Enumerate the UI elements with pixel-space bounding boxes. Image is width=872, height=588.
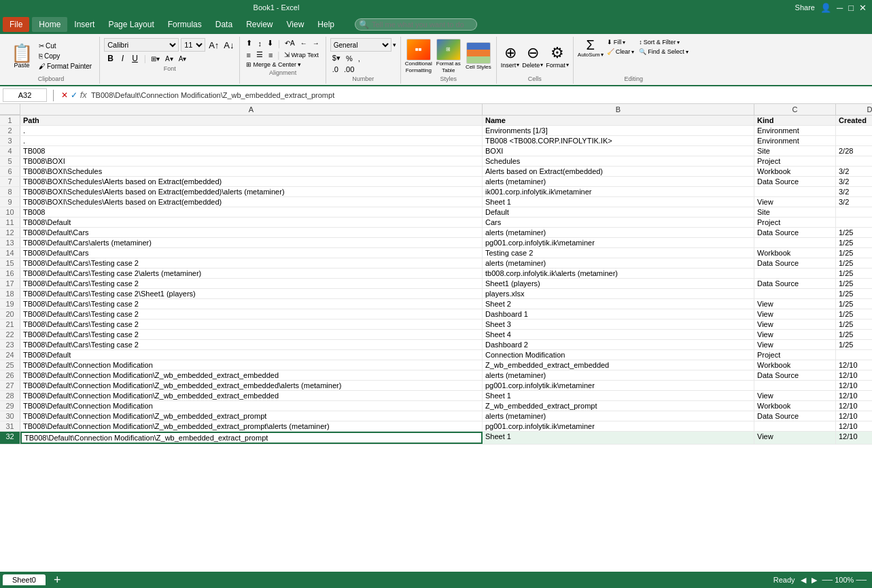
cell-path[interactable]: TB008\Default\Connection Modification <box>20 360 483 370</box>
cancel-formula-button[interactable]: ✕ <box>61 90 68 100</box>
cell-kind[interactable]: View <box>754 391 836 400</box>
cell-path[interactable]: TB008\Default\Cars\Testing case 2 <box>20 330 483 339</box>
cell-name[interactable]: tb008.corp.infolytik.ik\alerts (metamine… <box>483 269 754 278</box>
cell-kind[interactable]: View <box>754 432 836 444</box>
menu-item-home[interactable]: Home <box>32 17 67 32</box>
cell-created[interactable]: 3/2 <box>836 197 872 207</box>
cell-created[interactable]: 2/28 <box>836 146 872 156</box>
cell-created[interactable]: 1/25 <box>836 228 872 237</box>
clear-button[interactable]: 🧹 Clear ▾ <box>606 48 636 56</box>
comma-button[interactable]: , <box>356 54 362 63</box>
cell-kind[interactable] <box>754 289 836 298</box>
number-format-select[interactable]: General <box>330 38 391 52</box>
cell-path[interactable]: TB008\Default\Connection Modification\Z_… <box>20 432 483 444</box>
delete-button[interactable]: ⊖ Delete ▾ <box>522 44 543 69</box>
cell-path[interactable]: TB008\Default\Connection Modification\Z_… <box>20 381 483 390</box>
cell-name[interactable]: alerts (metaminer) <box>483 411 754 421</box>
cell-created[interactable]: 1/25 <box>836 289 872 298</box>
share-button[interactable]: Share <box>795 3 815 12</box>
cell-name[interactable]: Default <box>483 207 754 217</box>
cell-name[interactable]: pg001.corp.infolytik.ik\metaminer <box>483 421 754 431</box>
cell-ref-input[interactable] <box>3 88 47 102</box>
header-col-a[interactable]: Path <box>20 116 483 125</box>
cell-path[interactable]: TB008\Default\Cars\Testing case 2 <box>20 309 483 319</box>
cell-name[interactable]: Alerts based on Extract(embedded) <box>483 167 754 176</box>
tell-me-input[interactable] <box>355 18 477 31</box>
header-col-c[interactable]: Kind <box>754 116 836 125</box>
align-center-button[interactable]: ☰ <box>254 50 265 60</box>
cell-created[interactable] <box>836 207 872 217</box>
cell-created[interactable]: 12/10 <box>836 370 872 380</box>
cell-kind[interactable]: Workbook <box>754 167 836 176</box>
cell-path[interactable]: TB008\Default\Cars\Testing case 2\Sheet1… <box>20 289 483 298</box>
wrap-text-button[interactable]: ⇲ Wrap Text <box>282 50 320 59</box>
cell-name[interactable]: Connection Modification <box>483 350 754 360</box>
conditional-formatting-button[interactable]: ■■ Conditional Formatting <box>405 39 432 73</box>
cell-kind[interactable] <box>754 269 836 278</box>
cell-created[interactable]: 3/2 <box>836 177 872 186</box>
indent-decrease-button[interactable]: ← <box>298 39 309 48</box>
cell-kind[interactable]: Data Source <box>754 177 836 186</box>
cell-kind[interactable]: Data Source <box>754 411 836 421</box>
decrease-decimal-button[interactable]: .00 <box>342 65 356 74</box>
cell-path[interactable]: TB008\Default\Cars\Testing case 2 <box>20 299 483 309</box>
close-button[interactable]: ✕ <box>859 3 867 13</box>
cell-name[interactable]: Cars <box>483 218 754 227</box>
cell-name[interactable]: alerts (metaminer) <box>483 177 754 186</box>
cell-kind[interactable]: View <box>754 340 836 349</box>
cell-created[interactable]: 1/25 <box>836 279 872 288</box>
header-col-b[interactable]: Name <box>483 116 754 125</box>
menu-item-file[interactable]: File <box>3 17 29 32</box>
cell-name[interactable]: Environments [1/3] <box>483 126 754 135</box>
align-middle-button[interactable]: ↕ <box>256 39 264 48</box>
cell-created[interactable]: 1/25 <box>836 319 872 329</box>
menu-item-page-layout[interactable]: Page Layout <box>101 17 160 32</box>
indent-increase-button[interactable]: → <box>311 39 321 48</box>
align-bottom-button[interactable]: ⬇ <box>265 38 275 48</box>
cell-kind[interactable]: Workbook <box>754 401 836 411</box>
cell-path[interactable]: TB008\Default\Connection Modification\Z_… <box>20 411 483 421</box>
cell-kind[interactable]: View <box>754 330 836 339</box>
cell-path[interactable]: TB008\Default\Cars\Testing case 2\alerts… <box>20 269 483 278</box>
menu-item-review[interactable]: Review <box>239 17 279 32</box>
bold-button[interactable]: B <box>104 53 117 64</box>
cell-kind[interactable]: Data Source <box>754 370 836 380</box>
fill-color-button[interactable]: A▾ <box>163 54 175 63</box>
cell-created[interactable]: 12/10 <box>836 432 872 444</box>
cell-kind[interactable] <box>754 381 836 390</box>
paste-button[interactable]: 📋 Paste <box>8 43 35 70</box>
cell-path[interactable]: TB008\Default\Cars\Testing case 2 <box>20 258 483 268</box>
number-format-expand[interactable]: ▾ <box>393 41 396 48</box>
cell-kind[interactable]: Data Source <box>754 279 836 288</box>
cell-path[interactable]: TB008\Default\Cars\Testing case 2 <box>20 279 483 288</box>
cell-path[interactable]: TB008\Default\Connection Modification\Z_… <box>20 391 483 400</box>
cell-kind[interactable]: View <box>754 197 836 207</box>
cell-created[interactable]: 3/2 <box>836 187 872 196</box>
menu-item-view[interactable]: View <box>280 17 311 32</box>
cell-kind[interactable]: Project <box>754 156 836 166</box>
decrease-font-button[interactable]: A↓ <box>222 39 235 51</box>
cell-path[interactable]: TB008\BOXI\Schedules\Alerts based on Ext… <box>20 187 483 196</box>
scroll-left[interactable]: ◀ <box>801 576 806 585</box>
underline-button[interactable]: U <box>128 53 141 64</box>
menu-item-data[interactable]: Data <box>209 17 239 32</box>
cell-created[interactable]: 3/2 <box>836 167 872 176</box>
cell-kind[interactable] <box>754 238 836 247</box>
cell-created[interactable]: 1/25 <box>836 309 872 319</box>
cell-created[interactable]: 1/25 <box>836 258 872 268</box>
cell-created[interactable] <box>836 126 872 135</box>
merge-center-button[interactable]: ⊞ Merge & Center ▾ <box>244 60 303 69</box>
col-header-a[interactable]: A <box>20 104 483 115</box>
cell-name[interactable]: Schedules <box>483 156 754 166</box>
align-right-button[interactable]: ≡ <box>266 50 275 60</box>
menu-item-formulas[interactable]: Formulas <box>161 17 209 32</box>
cell-created[interactable]: 12/10 <box>836 360 872 370</box>
cell-path[interactable]: TB008\Default\Cars\alerts (metaminer) <box>20 238 483 247</box>
cell-path[interactable]: TB008\BOXI <box>20 156 483 166</box>
cell-path[interactable]: TB008\Default\Connection Modification <box>20 401 483 411</box>
cell-kind[interactable]: Data Source <box>754 258 836 268</box>
cell-name[interactable]: pg001.corp.infolytik.ik\metaminer <box>483 381 754 390</box>
cell-name[interactable]: Sheet 1 <box>483 391 754 400</box>
cell-created[interactable]: 1/25 <box>836 299 872 309</box>
cell-name[interactable]: TB008 <TB008.CORP.INFOLYTIK.IK> <box>483 136 754 145</box>
